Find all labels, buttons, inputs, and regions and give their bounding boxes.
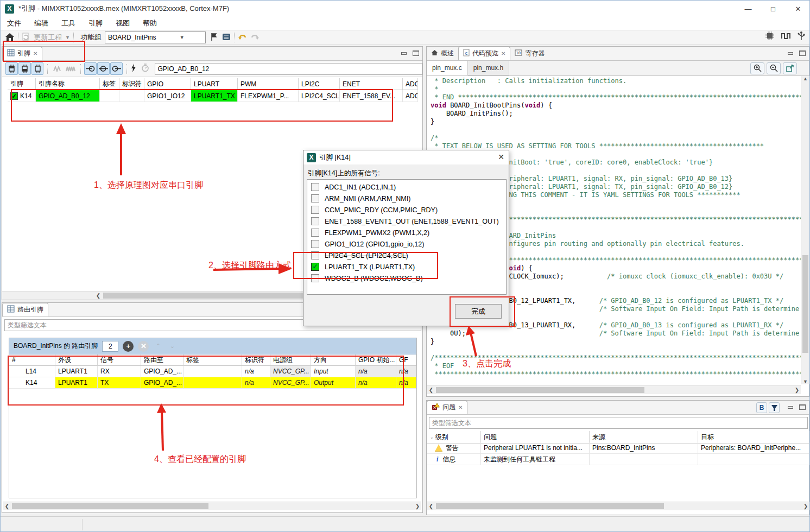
pin-row-cell-pwm[interactable]: FLEXPWM1_P... bbox=[238, 90, 299, 102]
signal-item[interactable]: WDOG2_B (WDOG2,WDOG_B) bbox=[307, 273, 506, 284]
signal-item[interactable]: GPIO1_IO12 (GPIO1,gpio_io,12) bbox=[307, 238, 506, 250]
close-button[interactable]: ✕ bbox=[786, 1, 810, 17]
problem-row-level[interactable]: 警告 bbox=[427, 442, 481, 454]
pin-row-cell-label[interactable] bbox=[100, 90, 119, 102]
package-view-toggle-2[interactable] bbox=[18, 62, 31, 75]
route-right-icon[interactable] bbox=[110, 62, 123, 75]
dialog-close-icon[interactable]: ✕ bbox=[498, 153, 504, 161]
signal-item-lpuart1-tx[interactable]: ✓LPUART1_TX (LPUART1,TX) bbox=[307, 261, 506, 273]
update-dropdown-icon[interactable]: ▼ bbox=[65, 35, 70, 40]
routed-row-gpio-init[interactable]: n/a bbox=[356, 377, 396, 389]
col-peripheral[interactable]: 外设 bbox=[55, 354, 98, 366]
update-project-button[interactable]: 更新工程 bbox=[34, 33, 62, 42]
scroll-down-icon[interactable]: ▼ bbox=[801, 379, 809, 384]
routed-row-route-to[interactable]: GPIO_AD_... bbox=[141, 366, 183, 377]
scroll-up-icon[interactable]: ▲ bbox=[801, 76, 809, 81]
route-left-icon[interactable] bbox=[84, 62, 97, 75]
maximize-view-icon[interactable] bbox=[413, 50, 419, 56]
routed-row-id[interactable]: K14 bbox=[9, 377, 55, 389]
tab-pin-mux-h[interactable]: pin_mux.h bbox=[468, 61, 509, 75]
routed-row-label[interactable] bbox=[183, 366, 242, 377]
col-identifier2[interactable]: 标识符 bbox=[242, 354, 270, 366]
tab-close-icon[interactable]: ✕ bbox=[458, 404, 463, 410]
scroll-left-icon[interactable]: ❮ bbox=[94, 292, 102, 300]
checkbox-icon[interactable] bbox=[311, 251, 319, 259]
move-down-button[interactable]: ⌄ bbox=[167, 343, 177, 350]
peripherals-perspective-icon[interactable] bbox=[798, 31, 805, 42]
routed-row-route-to[interactable]: GPIO_AD_... bbox=[141, 377, 183, 389]
col-identifier[interactable]: 标识符 bbox=[119, 78, 144, 90]
package-view-toggle-1[interactable] bbox=[5, 62, 18, 75]
menu-tools[interactable]: 工具 bbox=[55, 18, 82, 28]
pin-row-cell-name[interactable]: GPIO_AD_B0_12 bbox=[36, 90, 100, 102]
routed-row-power[interactable]: NVCC_GP... bbox=[270, 377, 311, 389]
scroll-right-icon[interactable]: ❯ bbox=[793, 386, 801, 394]
bolt-icon[interactable] bbox=[130, 64, 137, 74]
routed-row-label[interactable] bbox=[183, 377, 242, 389]
routed-row-direction[interactable]: Output bbox=[311, 377, 356, 389]
routed-row-signal[interactable]: TX bbox=[98, 377, 141, 389]
routed-row-gf[interactable]: n/a bbox=[396, 366, 416, 377]
move-up-button[interactable]: ⌃ bbox=[153, 343, 163, 350]
col-power-group[interactable]: 电源组 bbox=[270, 354, 311, 366]
maximize-button[interactable]: □ bbox=[761, 1, 786, 17]
problem-row-target[interactable]: Peripherals: BOARD_InitPeriphe... bbox=[698, 442, 809, 454]
tab-routed-pins[interactable]: 路由引脚 bbox=[2, 303, 48, 316]
menu-help[interactable]: 帮助 bbox=[136, 18, 163, 28]
scroll-right-icon[interactable]: ❯ bbox=[414, 502, 421, 510]
checkbox-icon[interactable] bbox=[311, 217, 319, 225]
routed-row-signal[interactable]: RX bbox=[98, 366, 141, 377]
pin-row-cell-pin[interactable]: ✓K14 bbox=[8, 90, 36, 102]
log-list-icon[interactable] bbox=[222, 33, 231, 43]
signal-item[interactable]: CCM_PMIC_RDY (CCM,PMIC_RDY) bbox=[307, 204, 506, 216]
routed-row-id[interactable]: L14 bbox=[9, 366, 55, 377]
col-lpuart[interactable]: LPUART bbox=[191, 78, 238, 90]
clocks-perspective-icon[interactable] bbox=[781, 32, 791, 41]
tab-registers[interactable]: 10 寄存器 bbox=[510, 47, 549, 60]
routed-row-peripheral[interactable]: LPUART1 bbox=[55, 366, 98, 377]
pin-row-cell-lpuart[interactable]: LPUART1_TX bbox=[191, 90, 238, 102]
minimize-view-icon[interactable] bbox=[401, 50, 407, 56]
route-mid-icon[interactable] bbox=[97, 62, 110, 75]
routed-row-direction[interactable]: Input bbox=[311, 366, 356, 377]
problems-filter-input[interactable] bbox=[429, 417, 808, 429]
routed-row-identifier[interactable]: n/a bbox=[242, 377, 270, 389]
routed-row-identifier[interactable]: n/a bbox=[242, 366, 270, 377]
wave-single-icon[interactable] bbox=[51, 62, 64, 75]
routed-row-gf[interactable]: n/a bbox=[396, 377, 416, 389]
function-group-select[interactable]: BOARD_InitPins ▼ bbox=[105, 31, 206, 43]
home-icon[interactable] bbox=[5, 33, 15, 43]
tab-problems[interactable]: 问题 ✕ bbox=[427, 401, 467, 414]
problems-hscrollbar[interactable]: ❮ ❯ bbox=[427, 502, 809, 510]
col-gpio[interactable]: GPIO bbox=[144, 78, 191, 90]
scroll-right-icon[interactable]: ❯ bbox=[802, 502, 809, 510]
tab-overview[interactable]: 概述 bbox=[427, 47, 458, 60]
col-pwm[interactable]: PWM bbox=[238, 78, 299, 90]
col-pin-name[interactable]: 引脚名称 bbox=[36, 78, 100, 90]
pin-row-cell-adc[interactable]: ADC1 bbox=[403, 90, 418, 102]
routed-hscrollbar[interactable]: ❮ ❯ bbox=[3, 502, 421, 510]
done-button[interactable]: 完成 bbox=[455, 304, 502, 319]
tab-pin-mux-c[interactable]: pin_mux.c bbox=[427, 61, 468, 75]
tab-close-icon[interactable]: ✕ bbox=[33, 50, 37, 56]
checkbox-icon[interactable] bbox=[311, 194, 319, 202]
col-gf[interactable]: GF bbox=[396, 354, 416, 366]
col-lpi2c[interactable]: LPI2C bbox=[299, 78, 340, 90]
tab-pins[interactable]: 引脚 ✕ bbox=[2, 47, 42, 60]
signal-item[interactable]: FLEXPWM1_PWMX2 (PWM1,X,2) bbox=[307, 227, 506, 238]
tab-code-preview[interactable]: c 代码预览 ✕ bbox=[458, 47, 510, 60]
col-label[interactable]: 标签 bbox=[100, 78, 119, 90]
col-label2[interactable]: 标签 bbox=[183, 354, 242, 366]
update-project-icon[interactable] bbox=[22, 33, 30, 43]
col-adc[interactable]: ADC bbox=[403, 78, 418, 90]
routed-row-power[interactable]: NVCC_GP... bbox=[270, 366, 311, 377]
problem-row-target[interactable] bbox=[698, 454, 809, 465]
problem-row-text[interactable]: 未监测到任何工具链工程 bbox=[481, 454, 590, 465]
scroll-left-icon[interactable]: ❮ bbox=[3, 502, 11, 510]
col-gpio-init[interactable]: GPIO 初始... bbox=[356, 354, 396, 366]
package-view-toggle-3[interactable] bbox=[31, 62, 44, 75]
scroll-left-icon[interactable]: ❮ bbox=[427, 502, 435, 510]
minimize-view-icon[interactable] bbox=[787, 404, 794, 410]
code-hscrollbar[interactable]: ❮ ❯ bbox=[427, 385, 801, 394]
undo-icon[interactable] bbox=[238, 33, 248, 43]
